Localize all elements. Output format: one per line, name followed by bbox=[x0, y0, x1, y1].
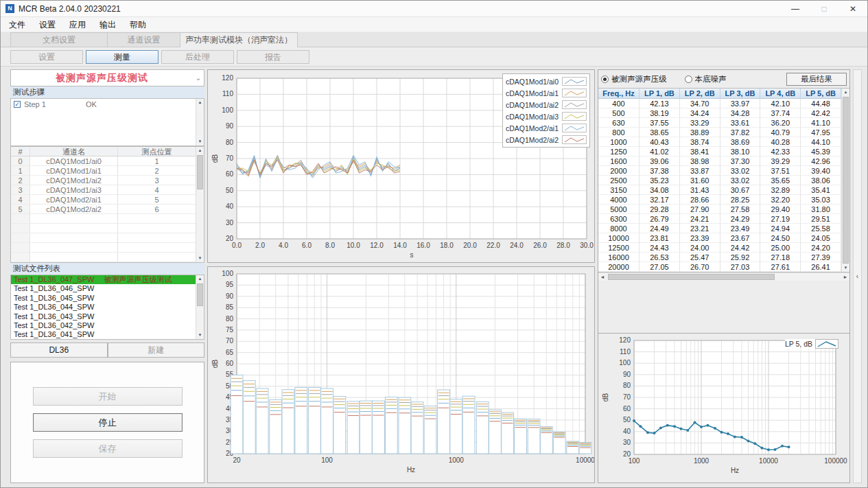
cell[interactable]: 42.33 bbox=[760, 147, 801, 156]
channel-table-empty-row[interactable] bbox=[11, 253, 196, 262]
cell[interactable]: 41.10 bbox=[801, 118, 841, 128]
chevron-down-icon[interactable]: ⌄ bbox=[193, 74, 204, 82]
channel-table-row[interactable]: 5cDAQ1Mod2/ai26 bbox=[11, 205, 196, 214]
cell[interactable]: 44.10 bbox=[801, 137, 841, 147]
scroll-right-icon[interactable]: ► bbox=[841, 273, 849, 281]
result-table-row[interactable]: 200037.3833.8733.0237.5139.40 bbox=[598, 166, 841, 176]
cell[interactable]: 34.28 bbox=[720, 108, 761, 118]
cell[interactable]: 25.00 bbox=[760, 243, 801, 253]
cell[interactable]: 4000 bbox=[598, 195, 640, 205]
radio-icon[interactable] bbox=[685, 75, 692, 83]
cell[interactable]: 3150 bbox=[598, 185, 640, 195]
cell[interactable] bbox=[30, 224, 118, 233]
cell[interactable]: 27.03 bbox=[720, 262, 761, 272]
scroll-up-icon[interactable]: ▲ bbox=[842, 89, 849, 96]
radio-measured-source[interactable]: 被测声源声压级 bbox=[601, 74, 667, 84]
cell[interactable]: 32.20 bbox=[760, 195, 801, 205]
result-table-row[interactable]: 1250024.4324.0024.4225.0024.20 bbox=[598, 243, 841, 253]
cell[interactable]: 10000 bbox=[598, 233, 640, 243]
result-table-row[interactable]: 160039.0638.9837.3039.2942.96 bbox=[598, 156, 841, 166]
file-list-item[interactable]: Test 1_DL36_041_SPW bbox=[11, 330, 196, 339]
cell[interactable] bbox=[118, 224, 196, 233]
cell[interactable] bbox=[118, 233, 196, 242]
result-table-row[interactable]: 63037.5533.2933.6136.2041.10 bbox=[598, 118, 841, 128]
column-header[interactable]: LP 4, dB bbox=[760, 89, 801, 99]
scroll-up-icon[interactable]: ▲ bbox=[196, 275, 204, 283]
cell[interactable]: 29.28 bbox=[640, 205, 680, 214]
cell[interactable]: 38.19 bbox=[640, 108, 680, 118]
cell[interactable]: 36.20 bbox=[760, 118, 801, 128]
cell[interactable]: 12500 bbox=[598, 243, 640, 253]
cell[interactable]: 34.24 bbox=[680, 108, 720, 118]
channel-table-row[interactable]: 1cDAQ1Mod1/ai12 bbox=[11, 166, 196, 176]
cell[interactable] bbox=[11, 243, 30, 252]
cell[interactable]: 24.94 bbox=[760, 224, 801, 233]
cell[interactable]: 27.39 bbox=[801, 253, 841, 262]
cell[interactable]: 42.96 bbox=[801, 156, 841, 166]
cell[interactable]: 39.06 bbox=[640, 156, 680, 166]
channel-table-row[interactable]: 4cDAQ1Mod2/ai15 bbox=[11, 195, 196, 205]
cell[interactable]: 31.43 bbox=[680, 185, 720, 195]
tab-doc-settings[interactable]: 文档设置 bbox=[10, 32, 108, 47]
cell[interactable]: 23.49 bbox=[720, 224, 761, 233]
cell[interactable]: 6 bbox=[118, 205, 196, 213]
menu-item-help[interactable]: 帮助 bbox=[123, 17, 153, 32]
cell[interactable]: 24.43 bbox=[640, 243, 680, 253]
cell[interactable] bbox=[11, 224, 30, 233]
cell[interactable]: 27.19 bbox=[760, 214, 801, 224]
cell[interactable]: 37.74 bbox=[760, 108, 801, 118]
cell[interactable]: 35.03 bbox=[801, 195, 841, 205]
result-table-row[interactable]: 1000023.8123.3923.6724.5024.05 bbox=[598, 233, 841, 243]
cell[interactable]: 5 bbox=[11, 205, 30, 213]
cell[interactable]: 33.02 bbox=[720, 176, 761, 185]
cell[interactable]: 16000 bbox=[598, 253, 640, 262]
close-button[interactable]: ✕ bbox=[838, 1, 867, 16]
result-table-row[interactable]: 40042.1334.7033.9742.1044.48 bbox=[598, 99, 841, 108]
cell[interactable] bbox=[30, 243, 118, 252]
cell[interactable]: 1250 bbox=[598, 147, 640, 156]
result-table-hscrollbar[interactable]: ◄ ► bbox=[598, 272, 849, 281]
cell[interactable]: 1 bbox=[11, 166, 30, 175]
file-list-item[interactable]: Test 1_DL36_044_SPW bbox=[11, 303, 196, 312]
cell[interactable]: 6300 bbox=[598, 214, 640, 224]
menu-item-file[interactable]: 文件 bbox=[2, 17, 32, 32]
cell[interactable]: 44.48 bbox=[801, 99, 841, 108]
column-header[interactable]: LP 5, dB bbox=[801, 89, 841, 99]
collapse-left-icon[interactable]: ‹ bbox=[856, 272, 858, 280]
cell[interactable] bbox=[30, 233, 118, 242]
result-table-row[interactable]: 630026.7924.2124.2927.1929.51 bbox=[598, 214, 841, 224]
result-table-row[interactable]: 2000027.0526.7027.0327.6126.41 bbox=[598, 262, 841, 272]
dl36-button[interactable]: DL36 bbox=[10, 342, 108, 358]
file-list-item[interactable]: Test 1_DL36_045_SPW bbox=[11, 294, 196, 303]
cell[interactable]: 37.82 bbox=[720, 128, 761, 137]
menu-item-application[interactable]: 应用 bbox=[62, 17, 93, 32]
cell[interactable]: 38.06 bbox=[801, 176, 841, 185]
channel-table-row[interactable]: 3cDAQ1Mod1/ai34 bbox=[11, 185, 196, 195]
cell[interactable]: 42.42 bbox=[801, 108, 841, 118]
panel-collapse-strip[interactable]: ‹ bbox=[853, 69, 862, 483]
cell[interactable]: 27.90 bbox=[680, 205, 720, 214]
cell[interactable]: 27.58 bbox=[720, 205, 761, 214]
cell[interactable]: 32.89 bbox=[760, 185, 801, 195]
cell[interactable]: 35.23 bbox=[640, 176, 680, 185]
scroll-down-icon[interactable]: ▼ bbox=[842, 264, 849, 272]
channel-table-empty-row[interactable] bbox=[11, 233, 196, 243]
cell[interactable]: 41.02 bbox=[640, 147, 680, 156]
file-list-item[interactable]: Test 1_DL36_043_SPW bbox=[11, 312, 196, 321]
cell[interactable]: 5 bbox=[118, 195, 196, 204]
scroll-left-icon[interactable]: ◄ bbox=[598, 273, 607, 281]
cell[interactable]: 33.61 bbox=[720, 118, 761, 128]
channel-table-empty-row[interactable] bbox=[11, 214, 196, 224]
cell[interactable]: 2 bbox=[118, 166, 196, 175]
cell[interactable]: 23.21 bbox=[680, 224, 720, 233]
cell[interactable]: 38.69 bbox=[720, 137, 761, 147]
cell[interactable]: 42.13 bbox=[640, 99, 680, 108]
save-button[interactable]: 保存 bbox=[33, 439, 183, 458]
cell[interactable]: cDAQ1Mod1/ai2 bbox=[30, 176, 118, 185]
cell[interactable]: 400 bbox=[598, 99, 640, 108]
cell[interactable] bbox=[30, 253, 118, 262]
cell[interactable]: 630 bbox=[598, 118, 640, 128]
cell[interactable]: 23.81 bbox=[640, 233, 680, 243]
cell[interactable]: 25.47 bbox=[680, 253, 720, 262]
cell[interactable]: 500 bbox=[598, 108, 640, 118]
